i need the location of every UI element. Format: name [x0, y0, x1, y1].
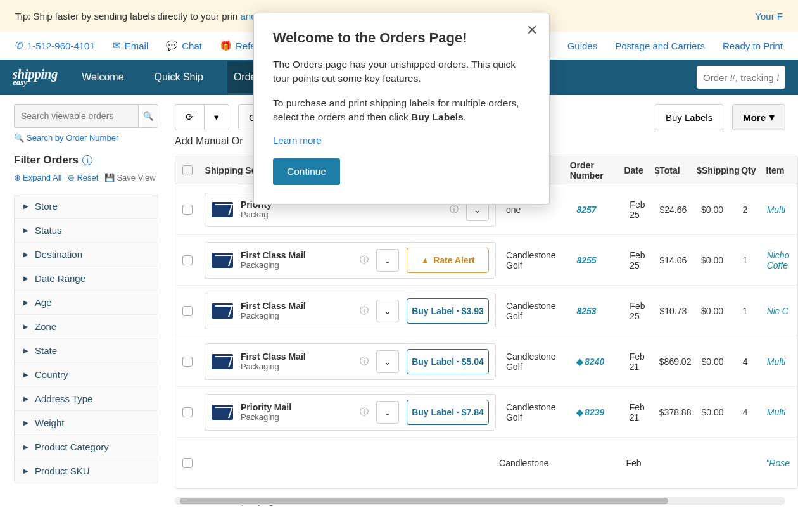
- reset-button[interactable]: ⊖Reset: [68, 173, 98, 182]
- search-order-number-link[interactable]: 🔍Search by Order Number: [14, 133, 158, 142]
- welcome-modal: ✕ Welcome to the Orders Page! The Orders…: [253, 13, 550, 205]
- rate-alert-button[interactable]: ▲Rate Alert: [407, 248, 489, 273]
- expand-all-button[interactable]: ⊕Expand All: [14, 173, 61, 182]
- filter-address-type[interactable]: ▶Address Type: [15, 387, 158, 411]
- shipping-dropdown[interactable]: ⌄: [376, 350, 399, 373]
- order-link[interactable]: ◆8240: [576, 357, 604, 367]
- col-date[interactable]: Date: [619, 165, 649, 175]
- shipping-card: First Class MailPackagingⓘ⌄▲Rate Alert: [205, 242, 496, 279]
- item-link[interactable]: Nicho Coffe: [767, 250, 790, 270]
- info-icon[interactable]: ⓘ: [450, 204, 459, 215]
- chat-link[interactable]: 💬Chat: [166, 40, 202, 51]
- order-link[interactable]: 8257: [576, 205, 596, 215]
- info-icon[interactable]: ⓘ: [360, 407, 369, 418]
- row-checkbox[interactable]: [182, 205, 193, 215]
- horizontal-scrollbar[interactable]: [175, 497, 785, 505]
- service-name: First Class Mail: [241, 352, 352, 362]
- info-icon[interactable]: ⓘ: [360, 356, 369, 367]
- col-qty[interactable]: Qty: [736, 165, 761, 175]
- col-shipping-cost[interactable]: $Shipping: [692, 165, 736, 175]
- buy-label-button[interactable]: Buy Label · $5.04: [407, 349, 489, 374]
- nav-search: [697, 66, 785, 89]
- row-checkbox[interactable]: [182, 407, 193, 417]
- order-link[interactable]: 8253: [576, 306, 596, 316]
- sidebar-search-input[interactable]: [14, 104, 138, 128]
- order-date: Feb 21: [624, 352, 654, 372]
- qty: 4: [738, 357, 762, 367]
- nav-search-input[interactable]: [697, 66, 785, 89]
- col-item[interactable]: Item: [761, 165, 797, 175]
- table-row: First Class MailPackagingⓘ⌄Buy Label · $…: [175, 336, 797, 387]
- info-icon[interactable]: i: [82, 155, 92, 165]
- filter-age[interactable]: ▶Age: [15, 291, 158, 315]
- guides-link[interactable]: Guides: [567, 41, 598, 51]
- order-total: $24.66: [655, 205, 697, 215]
- caret-right-icon: ▶: [23, 275, 28, 282]
- order-link[interactable]: 8255: [576, 255, 596, 265]
- gift-icon: 🎁: [220, 40, 232, 51]
- close-icon[interactable]: ✕: [526, 22, 538, 39]
- email-link[interactable]: ✉Email: [113, 40, 149, 51]
- continue-button[interactable]: Continue: [273, 158, 340, 185]
- item-link[interactable]: Multi: [767, 407, 786, 417]
- item-link[interactable]: Multi: [767, 357, 786, 367]
- nav-quickship[interactable]: Quick Ship: [148, 61, 210, 93]
- filter-date-range[interactable]: ▶Date Range: [15, 267, 158, 291]
- caret-right-icon: ▶: [23, 227, 28, 234]
- order-date: Feb 25: [624, 200, 654, 220]
- buy-labels-button[interactable]: Buy Labels: [655, 104, 723, 130]
- filter-product-category[interactable]: ▶Product Category: [15, 435, 158, 459]
- postage-link[interactable]: Postage and Carriers: [615, 41, 705, 51]
- filter-country[interactable]: ▶Country: [15, 363, 158, 387]
- save-view-button[interactable]: 💾Save View: [104, 173, 155, 182]
- col-order[interactable]: Order Number: [565, 160, 619, 180]
- filter-product-sku[interactable]: ▶Product SKU: [15, 459, 158, 483]
- search-icon: 🔍: [143, 111, 154, 121]
- buy-label-button[interactable]: Buy Label · $3.93: [407, 298, 489, 324]
- logo[interactable]: shippingeasy: [13, 69, 58, 86]
- item-link[interactable]: "Rose: [766, 458, 790, 468]
- info-icon[interactable]: ⓘ: [360, 305, 369, 317]
- shipping-cost: $0.00: [696, 357, 737, 367]
- item-link[interactable]: Nic C: [767, 306, 788, 316]
- nav-welcome[interactable]: Welcome: [75, 61, 130, 93]
- filter-store[interactable]: ▶Store: [15, 194, 158, 218]
- row-checkbox[interactable]: [182, 458, 193, 468]
- more-button[interactable]: More ▾: [732, 104, 785, 130]
- refresh-menu-button[interactable]: ▾: [204, 104, 229, 130]
- ready-link[interactable]: Ready to Print: [723, 41, 783, 51]
- chat-icon: 💬: [166, 40, 178, 51]
- shipping-dropdown[interactable]: ⌄: [376, 401, 399, 424]
- tip-right-link[interactable]: Your F: [755, 11, 783, 22]
- filter-status[interactable]: ▶Status: [15, 218, 158, 243]
- row-checkbox[interactable]: [182, 306, 193, 316]
- filter-state[interactable]: ▶State: [15, 339, 158, 363]
- warning-icon: ▲: [421, 255, 429, 265]
- phone-link[interactable]: ✆1-512-960-4101: [15, 40, 95, 51]
- store-name: Candlestone Golf: [501, 301, 571, 321]
- row-checkbox[interactable]: [182, 357, 193, 367]
- select-all-checkbox[interactable]: [182, 165, 193, 175]
- modal-title: Welcome to the Orders Page!: [273, 30, 530, 46]
- item-link[interactable]: Multi: [767, 205, 786, 215]
- row-checkbox[interactable]: [182, 255, 193, 265]
- col-total[interactable]: $Total: [649, 165, 692, 175]
- modal-p1: The Orders page has your unshipped order…: [273, 58, 530, 86]
- filter-weight[interactable]: ▶Weight: [15, 411, 158, 435]
- filter-zone[interactable]: ▶Zone: [15, 315, 158, 339]
- shipping-card: First Class MailPackagingⓘ⌄Buy Label · $…: [205, 293, 496, 329]
- packaging-label: Packaging: [241, 412, 352, 422]
- caret-right-icon: ▶: [23, 347, 28, 354]
- shipping-dropdown[interactable]: ⌄: [376, 249, 399, 272]
- learn-more-link[interactable]: Learn more: [273, 135, 530, 146]
- caret-down-icon: ▾: [214, 111, 219, 123]
- shipping-card: Priority MailPackagingⓘ⌄Buy Label · $7.8…: [205, 394, 496, 431]
- buy-label-button[interactable]: Buy Label · $7.84: [407, 400, 489, 425]
- info-icon[interactable]: ⓘ: [360, 255, 369, 266]
- refresh-button[interactable]: ⟳: [175, 104, 204, 130]
- shipping-dropdown[interactable]: ⌄: [376, 300, 399, 322]
- filter-destination[interactable]: ▶Destination: [15, 243, 158, 267]
- sidebar-search-button[interactable]: 🔍: [138, 104, 158, 128]
- order-link[interactable]: ◆8239: [576, 407, 604, 417]
- usps-icon: [212, 405, 233, 420]
